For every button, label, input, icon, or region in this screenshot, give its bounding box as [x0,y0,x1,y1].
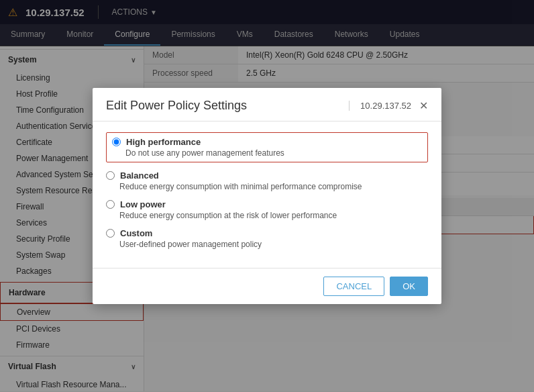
radio-desc-low: Reduce energy consumption at the risk of… [119,211,428,220]
radio-row-high: High performance [112,137,422,147]
ok-button[interactable]: OK [390,277,428,296]
modal-header: Edit Power Policy Settings 10.29.137.52 … [93,88,441,121]
radio-desc-balanced: Reduce energy consumption with minimal p… [119,182,428,191]
option-balanced[interactable]: Balanced Reduce energy consumption with … [106,170,428,191]
radio-label-balanced: Balanced [120,170,159,181]
radio-high-performance[interactable] [112,138,121,146]
radio-row-custom: Custom [106,228,428,238]
modal-close-button[interactable]: ✕ [419,99,428,112]
modal-footer: CANCEL OK [93,268,441,304]
edit-power-policy-modal: Edit Power Policy Settings 10.29.137.52 … [93,88,441,304]
radio-balanced[interactable] [106,171,115,180]
modal-overlay: Edit Power Policy Settings 10.29.137.52 … [0,0,534,392]
option-low-power[interactable]: Low power Reduce energy consumption at t… [106,199,428,220]
radio-low-power[interactable] [106,200,115,209]
option-high-performance[interactable]: High performance Do not use any power ma… [106,132,428,162]
radio-row-balanced: Balanced [106,170,428,181]
modal-host: 10.29.137.52 [349,101,411,111]
radio-label-low: Low power [120,199,166,209]
radio-label-custom: Custom [120,228,152,238]
radio-desc-custom: User-defined power management policy [119,240,428,249]
radio-row-low: Low power [106,199,428,209]
cancel-button[interactable]: CANCEL [323,277,384,296]
radio-custom[interactable] [106,229,115,238]
radio-label-high: High performance [126,137,201,147]
modal-body: High performance Do not use any power ma… [93,121,441,268]
option-custom[interactable]: Custom User-defined power management pol… [106,228,428,249]
modal-title: Edit Power Policy Settings [106,99,338,113]
radio-desc-high: Do not use any power management features [125,148,422,158]
